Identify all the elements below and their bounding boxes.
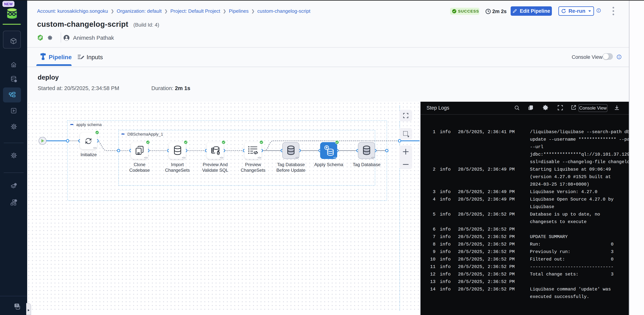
svg-text:apply schema: apply schema [76,122,102,127]
svg-text:DBSchemaApply_1: DBSchemaApply_1 [128,132,163,136]
